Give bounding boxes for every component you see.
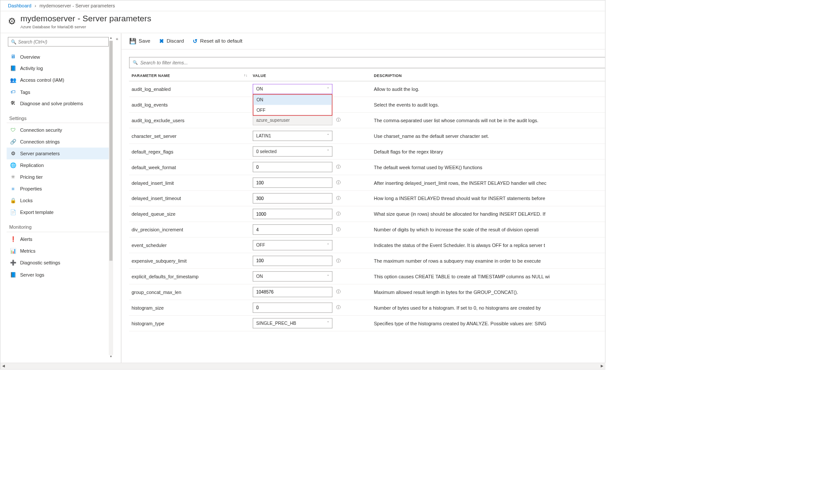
param-select[interactable]: ON˄ [253,84,332,94]
sidebar-item-label: Connection strings [20,139,60,144]
info-icon[interactable]: ⓘ [336,289,341,295]
col-value[interactable]: VALUE [250,68,371,81]
param-input[interactable] [256,196,329,201]
param-select[interactable]: OFF˅ [253,240,332,250]
sidebar-item-overview[interactable]: 🖥Overview [7,51,113,62]
sidebar-item-activity-log[interactable]: 📘Activity log [7,63,113,74]
sidebar-item-label: Locks [20,197,33,203]
save-button[interactable]: 💾 Save [129,37,150,44]
sidebar-item-replication[interactable]: 🌐Replication [7,160,113,171]
discard-button[interactable]: ✖ Discard [159,37,184,44]
param-value-cell: ON˅ [250,269,371,284]
breadcrumb-root[interactable]: Dashboard [8,3,31,8]
sidebar-item-diagnose-and-solve-problems[interactable]: 🛠Diagnose and solve problems [7,97,113,109]
sidebar-search[interactable]: 🔍 [8,37,109,47]
sidebar-item-tags[interactable]: 🏷Tags [7,86,113,97]
info-icon[interactable]: ⓘ [336,227,341,232]
collapse-sidebar-button[interactable]: « [113,33,121,363]
sidebar-item-server-parameters[interactable]: ⚙Server parameters [7,147,113,159]
col-description[interactable]: DESCRIPTION [371,68,605,81]
filter-input[interactable] [140,60,602,65]
param-select[interactable]: LATIN1˅ [253,131,332,141]
nav-icon: 🛠 [9,100,17,106]
info-icon[interactable]: ⓘ [336,211,341,217]
param-textbox[interactable] [253,177,332,187]
nav-icon: ➕ [9,260,17,266]
param-input[interactable] [256,211,329,217]
sidebar-item-label: Properties [20,186,42,191]
param-value-cell: LATIN1˅ [250,128,371,144]
table-row: audit_log_enabledON˄ONOFFAllow to audit … [129,81,605,97]
dropdown-option[interactable]: ON [254,95,332,105]
param-input[interactable] [256,180,329,185]
nav-icon: ⚙ [9,150,17,157]
table-row: delayed_insert_timeoutⓘHow long a INSERT… [129,190,605,206]
nav-icon: ≡ [9,186,17,191]
nav-icon: 📘 [9,65,17,71]
param-name: audit_log_events [129,97,251,112]
dropdown-option[interactable]: OFF [254,105,332,115]
param-textbox[interactable] [253,193,332,203]
sidebar-search-input[interactable] [18,39,106,44]
param-value-cell: ⓘ [250,206,371,222]
info-icon[interactable]: ⓘ [336,258,341,264]
sidebar-item-pricing-tier[interactable]: ✳Pricing tier [7,171,113,183]
sidebar-item-access-control-iam-[interactable]: 👥Access control (IAM) [7,74,113,86]
sidebar-item-export-template[interactable]: 📄Export template [7,206,113,218]
param-name: audit_log_exclude_users [129,112,251,128]
sidebar: 🔍 🖥Overview📘Activity log👥Access control … [0,33,113,363]
sidebar-item-connection-security[interactable]: 🛡Connection security [7,124,113,136]
sidebar-scrollbar[interactable]: ▲ ▼ [109,37,113,360]
param-select[interactable]: 0 selected˅ [253,146,332,156]
param-textbox[interactable] [253,224,332,234]
sidebar-item-label: Replication [20,163,43,168]
nav-icon: 🔒 [9,197,17,204]
param-input[interactable] [256,258,329,264]
param-input[interactable] [256,305,329,310]
sidebar-item-label: Overview [20,54,40,59]
param-name: default_regex_flags [129,144,251,159]
sidebar-item-alerts[interactable]: ❗Alerts [7,234,113,245]
info-icon[interactable]: ⓘ [336,164,341,170]
sidebar-item-label: Diagnostic settings [20,260,60,265]
info-icon[interactable]: ⓘ [336,117,341,123]
horizontal-scrollbar[interactable]: ◀▶ [0,363,605,369]
reset-button[interactable]: ↺ Reset all to default [193,37,242,44]
param-input[interactable] [256,227,329,232]
sidebar-item-diagnostic-settings[interactable]: ➕Diagnostic settings [7,257,113,269]
info-icon[interactable]: ⓘ [336,195,341,201]
sidebar-item-connection-strings[interactable]: 🔗Connection strings [7,136,113,147]
sidebar-item-metrics[interactable]: 📊Metrics [7,245,113,257]
info-icon[interactable]: ⓘ [336,305,341,310]
nav-icon: ❗ [9,236,17,242]
param-textbox[interactable] [253,162,332,172]
table-row: div_precision_incrementⓘNumber of digits… [129,222,605,237]
param-textbox[interactable] [253,303,332,313]
param-textbox[interactable] [253,287,332,297]
param-select[interactable]: SINGLE_PREC_HB˅ [253,318,332,328]
nav-icon: 🔗 [9,139,17,145]
chevron-down-icon: ˅ [327,134,329,138]
param-name: expensive_subquery_limit [129,253,251,269]
filter-search[interactable]: 🔍 [129,57,605,68]
col-parameter-name[interactable]: PARAMETER NAME ↑↓ [129,68,251,81]
param-description: Specifies type of the histograms created… [371,315,605,331]
param-name: div_precision_increment [129,222,251,237]
param-input[interactable] [256,164,329,170]
sidebar-item-locks[interactable]: 🔒Locks [7,194,113,206]
param-textbox[interactable] [253,256,332,266]
nav-icon: 📘 [9,272,17,278]
sidebar-item-properties[interactable]: ≡Properties [7,183,113,194]
param-input[interactable] [256,290,329,295]
table-row: explicit_defaults_for_timestampON˅This o… [129,269,605,284]
info-icon[interactable]: ⓘ [336,180,341,185]
param-textbox[interactable] [253,209,332,219]
param-description: Select the events to audit logs. [371,97,605,112]
sidebar-item-label: Connection security [20,127,62,133]
param-select[interactable]: ON˅ [253,271,332,281]
toolbar: 💾 Save ✖ Discard ↺ Reset all to default [121,33,605,49]
table-row: audit_log_exclude_usersazure_superuserⓘT… [129,112,605,128]
nav-icon: 📄 [9,209,17,215]
sidebar-item-server-logs[interactable]: 📘Server logs [7,269,113,280]
table-row: histogram_sizeⓘNumber of bytes used for … [129,300,605,315]
